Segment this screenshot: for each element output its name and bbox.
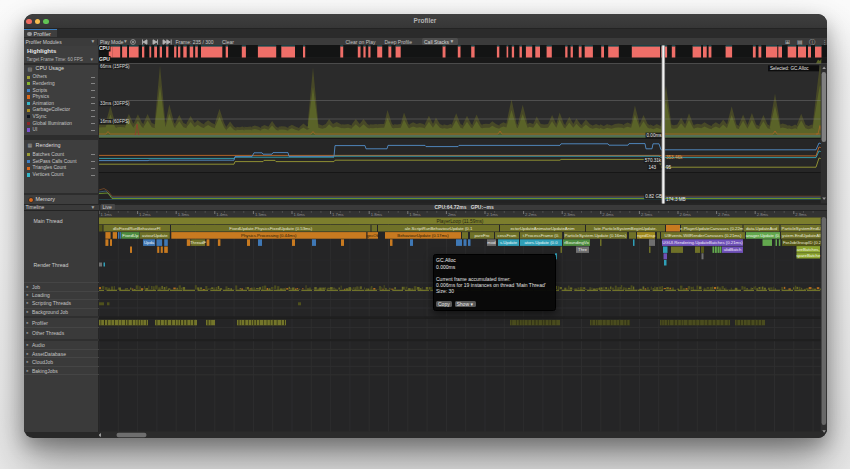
svg-text:1.1ms: 1.1ms bbox=[101, 211, 112, 216]
svg-text:33ms (30FPS): 33ms (30FPS) bbox=[100, 101, 130, 106]
svg-text:cessFram: cessFram bbox=[498, 233, 517, 238]
svg-text:aviourUpdate: aviourUpdate bbox=[142, 233, 168, 238]
svg-text:2.1ms: 2.1ms bbox=[487, 211, 498, 216]
svg-text:late.ParticleSystemBeginUpdate: late.ParticleSystemBeginUpdate. bbox=[594, 225, 657, 230]
svg-text:BehaviourUpdate (0.17ms): BehaviourUpdate (0.17ms) bbox=[397, 233, 449, 238]
svg-text:ators.Update (0.0: ators.Update (0.0 bbox=[524, 240, 558, 245]
svg-text:2.2ms: 2.2ms bbox=[525, 211, 536, 216]
svg-text:2.3ms: 2.3ms bbox=[564, 211, 575, 216]
svg-text:data.UpdateAud: data.UpdateAud bbox=[746, 225, 778, 230]
svg-text:2.7ms: 2.7ms bbox=[718, 211, 729, 216]
svg-text:CPU: CPU bbox=[99, 45, 110, 51]
svg-text:anager.Update (0.: anager.Update (0. bbox=[746, 233, 780, 238]
svg-text:1.6ms: 1.6ms bbox=[294, 211, 305, 216]
svg-text:t.ProcessFrame (0.: t.ProcessFrame (0. bbox=[523, 233, 560, 238]
svg-text:ParticleSystemEndU: ParticleSystemEndU bbox=[782, 225, 821, 230]
svg-text:rBoundingVo: rBoundingVo bbox=[564, 240, 589, 245]
svg-text:spareBatche: spareBatche bbox=[796, 252, 821, 257]
svg-text:143: 143 bbox=[649, 165, 657, 170]
svg-text:1.9ms: 1.9ms bbox=[409, 211, 420, 216]
svg-text:s.Update: s.Update bbox=[500, 240, 518, 245]
svg-text:pareFro: pareFro bbox=[474, 233, 490, 238]
svg-text:1.4ms: 1.4ms bbox=[216, 211, 227, 216]
svg-text:ale.ScriptRunBehaviourUpdate (: ale.ScriptRunBehaviourUpdate (0.1 bbox=[405, 225, 473, 230]
svg-text:2ms: 2ms bbox=[448, 211, 456, 216]
svg-text:ParticleSystem.Update (0.16ms): ParticleSystem.Update (0.16ms) bbox=[565, 233, 627, 238]
svg-text:353.46k: 353.46k bbox=[666, 155, 683, 160]
svg-text:2.6ms: 2.6ms bbox=[680, 211, 691, 216]
svg-text:2.8ms: 2.8ms bbox=[757, 211, 768, 216]
svg-text:174.3 MB: 174.3 MB bbox=[666, 197, 686, 202]
svg-text:ulidBatch: ulidBatch bbox=[724, 247, 742, 252]
svg-text:Upda: Upda bbox=[144, 240, 155, 245]
svg-text:UGUI.Rendering.UpdateBatches (: UGUI.Rendering.UpdateBatches (0.21ms) bbox=[662, 240, 743, 245]
svg-text:1.8ms: 1.8ms bbox=[371, 211, 382, 216]
svg-text:areBatches,: areBatches, bbox=[797, 247, 820, 252]
svg-text:Thre: Thre bbox=[578, 247, 587, 252]
svg-text:FixedUpdate.PhysicsFixedUpdate: FixedUpdate.PhysicsFixedUpdate (0.53ms) bbox=[229, 225, 312, 230]
svg-text:95: 95 bbox=[666, 165, 672, 170]
svg-text:Physics.Processing (0.44ms): Physics.Processing (0.44ms) bbox=[241, 233, 297, 238]
svg-text:ngedDisp: ngedDisp bbox=[637, 233, 656, 238]
svg-text:66ms (15FPS): 66ms (15FPS) bbox=[100, 64, 130, 69]
svg-text:UIEvents.WillRenderCanvases (0: UIEvents.WillRenderCanvases (0.21ms) bbox=[665, 233, 742, 238]
svg-text:dIoFixedRunBehaviourFI: dIoFixedRunBehaviourFI bbox=[113, 225, 161, 230]
svg-text:ThreadF: ThreadF bbox=[190, 240, 207, 245]
svg-text:PlayerLoop (11.59ms): PlayerLoop (11.59ms) bbox=[437, 218, 484, 223]
svg-text:1.2ms: 1.2ms bbox=[139, 211, 150, 216]
svg-text:1.3ms: 1.3ms bbox=[178, 211, 189, 216]
svg-text:mod: mod bbox=[487, 240, 496, 245]
svg-text:0.00ms: 0.00ms bbox=[647, 133, 663, 138]
svg-text:1.7ms: 1.7ms bbox=[332, 211, 343, 216]
svg-text:570.31k: 570.31k bbox=[645, 158, 662, 163]
svg-text:e.PlayerUpdateCanvases (0.22m: e.PlayerUpdateCanvases (0.22m bbox=[680, 225, 744, 230]
svg-text:2.4ms: 2.4ms bbox=[602, 211, 613, 216]
svg-text:ectorUpdateAnimatorUpdateAnim: ectorUpdateAnimatorUpdateAnim bbox=[510, 225, 575, 230]
svg-text:Selected: GC.Alloc: Selected: GC.Alloc bbox=[770, 66, 809, 71]
svg-text:gecOb: gecOb bbox=[366, 233, 379, 238]
svg-text:ystem.EndUpdateAll: ystem.EndUpdateAll bbox=[782, 233, 821, 238]
svg-text:1.5ms: 1.5ms bbox=[255, 211, 266, 216]
svg-text:16ms (60FPS): 16ms (60FPS) bbox=[100, 119, 130, 124]
svg-text:GPU: GPU bbox=[99, 56, 110, 62]
svg-text:0.82 GB: 0.82 GB bbox=[645, 194, 662, 199]
svg-text:ForJobGroupID (0.2: ForJobGroupID (0.2 bbox=[783, 240, 822, 245]
svg-text:2.9ms: 2.9ms bbox=[795, 211, 806, 216]
svg-text:2.5ms: 2.5ms bbox=[641, 211, 652, 216]
svg-text:FixedUp: FixedUp bbox=[122, 233, 139, 238]
